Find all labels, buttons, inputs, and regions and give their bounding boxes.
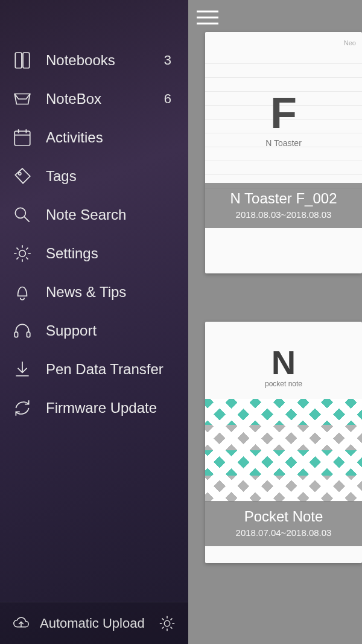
notebox-count: 6 <box>164 91 176 107</box>
card-meta: N Toaster F_002 2018.08.03~2018.08.03 <box>205 183 362 228</box>
sidebar-item-notebooks[interactable]: Notebooks 3 <box>0 41 188 80</box>
svg-point-12 <box>164 620 170 626</box>
svg-point-7 <box>15 208 25 218</box>
svg-rect-10 <box>14 332 17 337</box>
sidebar-item-support[interactable]: Support <box>0 311 188 350</box>
cover-letter: N <box>205 346 362 380</box>
sidebar-item-news[interactable]: News & Tips <box>0 273 188 311</box>
hamburger-menu-icon[interactable] <box>195 9 220 26</box>
cloud-upload-icon[interactable] <box>12 614 30 633</box>
svg-point-9 <box>19 250 26 257</box>
menu-label: Support <box>46 322 176 339</box>
notebooks-icon <box>12 50 33 71</box>
card-date: 2018.08.03~2018.08.03 <box>205 209 362 220</box>
sidebar-item-activities[interactable]: Activities <box>0 118 188 157</box>
download-icon <box>12 359 33 380</box>
menu-label: Notebooks <box>46 52 164 69</box>
card-title: N Toaster F_002 <box>205 190 362 207</box>
sidebar-bottom-bar: Automatic Upload <box>0 602 188 644</box>
main-content: Neo F N Toaster N Toaster F_002 2018.08.… <box>188 0 362 644</box>
svg-line-8 <box>24 217 30 222</box>
cover-sublabel: N Toaster <box>265 138 302 148</box>
cover-letter: F <box>270 91 297 135</box>
calendar-icon <box>12 127 33 148</box>
card-cover: F N Toaster <box>205 50 362 189</box>
menu-label: Pen Data Transfer <box>46 361 176 378</box>
menu-label: Note Search <box>46 206 176 223</box>
card-brand: Neo <box>344 39 356 46</box>
sidebar-menu: Notebooks 3 NoteBox 6 Activities <box>0 35 188 602</box>
svg-rect-2 <box>14 131 30 145</box>
svg-rect-1 <box>23 53 30 68</box>
sidebar-item-tags[interactable]: Tags <box>0 157 188 196</box>
sidebar-item-settings[interactable]: Settings <box>0 234 188 273</box>
notebook-grid: Neo F N Toaster N Toaster F_002 2018.08.… <box>188 26 362 644</box>
menu-label: Settings <box>46 245 176 262</box>
sidebar: Notebooks 3 NoteBox 6 Activities <box>0 0 188 644</box>
cover-sublabel: pocket note <box>205 380 362 388</box>
card-title: Pocket Note <box>205 508 362 525</box>
notebook-card[interactable]: Neo F N Toaster N Toaster F_002 2018.08.… <box>205 32 362 273</box>
search-icon <box>12 205 33 225</box>
inbox-icon <box>12 89 33 109</box>
sidebar-item-notebox[interactable]: NoteBox 6 <box>0 80 188 118</box>
card-date: 2018.07.04~2018.08.03 <box>205 528 362 538</box>
menu-label: Firmware Update <box>46 400 176 416</box>
sidebar-item-firmware[interactable]: Firmware Update <box>0 389 188 427</box>
chevron-pattern <box>205 399 362 502</box>
app-root: Notebooks 3 NoteBox 6 Activities <box>0 0 362 644</box>
svg-point-6 <box>19 173 21 175</box>
notebooks-count: 3 <box>164 53 176 68</box>
notebook-card[interactable]: N pocket note Pocket Note 2018.07.04~201… <box>205 322 362 563</box>
gear-icon <box>12 243 33 264</box>
headset-icon <box>12 320 33 341</box>
svg-rect-11 <box>27 332 30 337</box>
menu-label: NoteBox <box>46 91 164 107</box>
menu-label: Tags <box>46 168 176 185</box>
auto-upload-label[interactable]: Automatic Upload <box>40 616 158 631</box>
bottom-settings-icon[interactable] <box>158 614 176 633</box>
refresh-icon <box>12 398 33 418</box>
sidebar-item-search[interactable]: Note Search <box>0 196 188 234</box>
menu-label: News & Tips <box>46 284 176 301</box>
menu-label: Activities <box>46 129 176 146</box>
tag-icon <box>12 166 33 187</box>
svg-rect-0 <box>15 53 22 68</box>
sidebar-item-pen-transfer[interactable]: Pen Data Transfer <box>0 350 188 389</box>
card-cover: N pocket note <box>205 322 362 502</box>
bell-icon <box>12 282 33 302</box>
sidebar-status-area <box>0 0 188 35</box>
card-meta: Pocket Note 2018.07.04~2018.08.03 <box>205 501 362 546</box>
